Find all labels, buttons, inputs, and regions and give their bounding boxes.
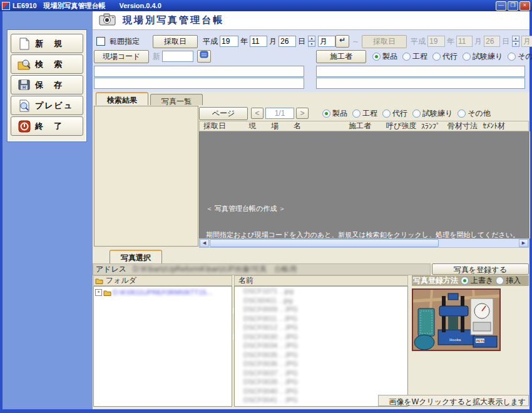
site-code-button[interactable]: 現場コード: [94, 50, 149, 63]
contractor-field-1[interactable]: [316, 66, 525, 77]
file-item[interactable]: DSC60411．jpg: [235, 296, 407, 305]
svg-text:PETS: PETS: [476, 339, 485, 343]
tab-photo-select[interactable]: 写真選択: [110, 250, 162, 263]
contractor-radio-other[interactable]: [508, 53, 516, 61]
range-checkbox[interactable]: [96, 37, 105, 46]
new-button[interactable]: 新 規: [11, 34, 83, 53]
contractor-option-label: 試験練り: [473, 51, 503, 62]
day-input[interactable]: [279, 36, 296, 47]
col-cement: ｾﾒﾝﾄ材: [483, 121, 514, 131]
site-name-field-2[interactable]: [94, 78, 304, 89]
date-from-button[interactable]: 採取日: [153, 35, 198, 48]
title-bar: LE6910 現場別写真管理台帳 Version.0.4.0 — ❐ ×: [0, 0, 532, 11]
result-radio-other[interactable]: [458, 110, 466, 118]
site-code-lookup-button[interactable]: [197, 50, 211, 63]
year-suffix: 年: [240, 36, 248, 47]
result-grid: ＜ 写真管理台帳の作成 ＞ 期間指定および現場コードを入力のあと、新規又は検索釦…: [199, 131, 530, 238]
save-button[interactable]: H 保 存: [11, 75, 83, 94]
save-icon: H: [18, 79, 31, 91]
register-method-band: 写真登録方法 上書き 挿入: [412, 275, 529, 286]
date-to-button: 採取日: [362, 35, 407, 48]
result-radio-trial[interactable]: [412, 110, 421, 118]
preview-button[interactable]: プレビュ: [11, 96, 83, 115]
sidebar: 新 規 検 索 H 保 存 プレビュ: [3, 11, 93, 409]
result-radio-product[interactable]: [322, 110, 330, 118]
scroll-right-arrow[interactable]: ►: [519, 239, 528, 247]
file-item[interactable]: DSCF0037．JPG: [235, 369, 407, 378]
file-item[interactable]: DSCF0039．JPG: [235, 377, 407, 387]
file-item[interactable]: DSCF0009．JPG: [235, 305, 407, 314]
col-strength: 呼び強度: [386, 121, 421, 131]
info-title: ＜ 写真管理台帳の作成 ＞: [206, 204, 519, 213]
result-option-label: その他: [468, 108, 491, 119]
folder-tree-panel[interactable]: + D:\K\0611UPREF0RM\06TT15...: [93, 286, 232, 407]
close-button[interactable]: ×: [519, 1, 530, 11]
col-contractor: 施工者: [349, 121, 386, 131]
day-spinner[interactable]: ▲▼: [308, 36, 315, 47]
new-indicator: 新: [153, 51, 160, 62]
folder-path: D:\K\0611UPREF0RM\06TT15...: [113, 288, 212, 296]
day-suffix-disabled: 日: [502, 36, 509, 47]
tab-search-results[interactable]: 検索結果: [96, 92, 148, 105]
result-option-label: 工程: [362, 108, 377, 119]
prev-page-button[interactable]: <: [251, 108, 263, 119]
sidebar-button-panel: 新 規 検 索 H 保 存 プレビュ: [8, 30, 86, 141]
folder-column-header[interactable]: フォルダ: [93, 275, 232, 286]
file-item[interactable]: DSCF0030．JPG: [235, 332, 407, 342]
col-aggregate: 骨材寸法: [448, 121, 483, 131]
exit-icon: [18, 120, 31, 133]
file-item[interactable]: DSCF0035．JPG: [235, 350, 407, 360]
file-name-panel[interactable]: DSCF1071．jpg DSC60411．jpg DSCF0009．JPG D…: [234, 286, 408, 407]
search-button[interactable]: 検 索: [11, 54, 83, 74]
file-item[interactable]: DSCF0040．JPG: [235, 387, 407, 396]
method-radio-insert[interactable]: [496, 277, 504, 285]
method-radio-overwrite[interactable]: [461, 277, 469, 285]
tree-expand-icon[interactable]: +: [95, 289, 102, 296]
minimize-button[interactable]: —: [496, 1, 506, 11]
contractor-radio-product[interactable]: [372, 53, 381, 61]
year-to-input: [427, 36, 445, 47]
folder-icon: [95, 277, 103, 284]
file-item[interactable]: DSCF0034．JPG: [235, 341, 407, 350]
page-indicator: [265, 108, 294, 119]
folder-column-label: フォルダ: [106, 275, 136, 286]
page-header: 現場別写真管理台帳: [93, 11, 529, 30]
file-item[interactable]: DSCF0036．JPG: [235, 359, 407, 369]
scroll-left-arrow[interactable]: ◄: [200, 239, 209, 247]
search-result-list[interactable]: [94, 106, 198, 247]
page-button[interactable]: ページ: [199, 107, 248, 120]
contractor-radio-process[interactable]: [402, 53, 411, 61]
contractor-radio-agency[interactable]: [432, 53, 441, 61]
contractor-button[interactable]: 施工者: [316, 50, 366, 63]
site-code-input[interactable]: [162, 51, 193, 62]
name-column-label: 名前: [235, 275, 253, 286]
folder-tree-item[interactable]: + D:\K\0611UPREF0RM\06TT15...: [94, 287, 232, 296]
tab-photo-list[interactable]: 写真一覧: [150, 94, 203, 105]
result-option-label: 製品: [332, 108, 347, 119]
folder-icon: [103, 289, 111, 296]
site-name-field-1[interactable]: [94, 66, 304, 77]
maximize-button[interactable]: ❐: [508, 1, 518, 11]
result-radio-agency[interactable]: [382, 110, 391, 118]
name-column-header[interactable]: 名前: [234, 275, 408, 286]
date-enter-button[interactable]: ↵: [335, 35, 349, 48]
contractor-radio-trial[interactable]: [463, 53, 471, 61]
day-suffix: 日: [298, 36, 305, 47]
result-radio-process[interactable]: [352, 110, 361, 118]
month-input[interactable]: [250, 36, 267, 47]
file-item[interactable]: DSCF0012．JPG: [235, 323, 407, 332]
year-input[interactable]: [220, 36, 238, 47]
file-item[interactable]: DSCF1071．jpg: [235, 287, 407, 296]
photo-thumbnail[interactable]: PETS Hooka: [412, 288, 501, 351]
address-bar: アドレス D:\K\bartzUpReformK\bartzUP画像\写真 台帳…: [93, 263, 431, 275]
next-page-button[interactable]: >: [296, 108, 309, 119]
contractor-field-2[interactable]: [316, 78, 525, 89]
main-area: 現場別写真管理台帳 範囲指定 採取日 平成 年 月 日 ▲▼ ↵ ～ 採取日 平…: [93, 11, 529, 409]
col-site-name: 現 場 名: [248, 121, 349, 131]
register-photo-button[interactable]: 写真を登録する: [432, 263, 529, 275]
horizontal-scrollbar[interactable]: ◄ ►: [199, 238, 529, 248]
contractor-option-label: 代行: [442, 51, 458, 62]
file-item[interactable]: DSCF0011．JPG: [235, 314, 407, 324]
scrollbar-thumb[interactable]: [210, 239, 439, 247]
exit-button[interactable]: 終 了: [11, 116, 83, 136]
